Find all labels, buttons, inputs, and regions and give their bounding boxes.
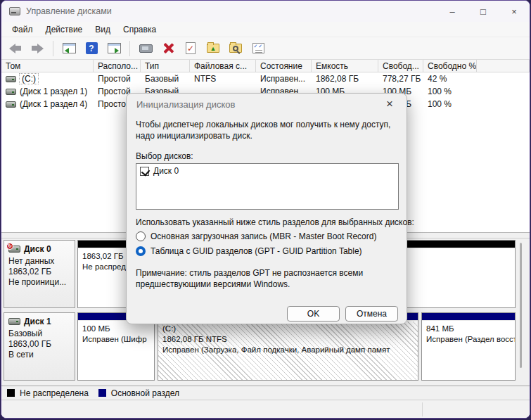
disk-1-panel[interactable]: Диск 1 Базовый 1863,00 ГБ В сети [4,312,75,381]
show-console-tree-icon[interactable] [60,39,78,58]
close-button[interactable]: × [499,1,530,22]
partition-name: (C:) [162,324,418,334]
help-icon[interactable]: ? [82,39,101,58]
cell-filesystem: NTFS [190,72,256,85]
partition-recovery[interactable]: 841 МБ Исправен (Раздел восстанс [421,312,516,381]
disk-list-item[interactable]: Диск 0 [140,166,395,176]
mbr-option-label: Основная загрузочная запись (MBR - Maste… [151,231,376,241]
properties-icon[interactable] [136,39,155,58]
cell-free-pct: 100 % [423,85,477,98]
dialog-close-icon[interactable]: × [382,96,397,112]
disk-detail: Базовый [8,329,72,339]
column-header-empty [477,60,530,72]
primary-partition-swatch [98,389,106,397]
disk-detail: 1863,00 ГБ [8,339,72,350]
column-header-free-pct[interactable]: Свободно % [423,60,477,72]
toolbar: ? ✓ ▲ [1,37,530,60]
column-header-status[interactable]: Состояние [256,60,312,72]
open-folder-icon[interactable]: ▲ [204,39,222,58]
radio-selected-icon[interactable] [136,246,146,256]
maximize-button[interactable]: □ [468,1,499,22]
unallocated-swatch [7,389,15,397]
scrollbar-thumb[interactable] [520,243,522,368]
menu-action[interactable]: Действие [39,23,89,36]
menu-view[interactable]: Вид [89,23,117,36]
gpt-option-label: Таблица с GUID разделов (GPT - GUID Part… [151,246,362,256]
status-bar [1,400,530,419]
partition-size: 841 МБ [426,324,515,334]
gpt-note-text: Примечание: стиль разделов GPT не распоз… [136,267,382,290]
disk-icon [8,318,20,325]
checkbox-checked-icon[interactable] [140,167,149,176]
initialize-disks-dialog: Инициализация дисков × Чтобы диспетчер л… [126,93,407,324]
volume-icon [6,89,16,95]
disk-0-panel[interactable]: ↻ Диск 0 Нет данных 1863,02 ГБ Не проини… [4,240,75,308]
cell-layout: Простой [94,72,141,85]
select-disks-label: Выбор дисков: [136,151,193,161]
menu-bar: Файл Действие Вид Справка [1,22,530,37]
column-header-type[interactable]: Тип [141,60,190,72]
back-icon[interactable] [6,39,24,58]
partition-status: Исправен (Шифр [82,334,154,345]
radio-unselected-icon[interactable] [136,231,146,241]
column-header-free[interactable]: Свобод... [378,60,423,72]
ok-button[interactable]: OK [287,306,340,322]
dialog-title: Инициализация дисков [136,99,235,110]
cell-capacity: 1862,08 ГБ [312,72,378,85]
cell-free: 778,27 ГБ [378,72,423,85]
vertical-scrollbar[interactable] [518,241,524,382]
status-bar-divider [422,402,423,416]
volume-icon [6,76,16,82]
disk-icon: ↻ [8,246,20,253]
column-header-filesystem[interactable]: Файловая с... [190,60,256,72]
table-row[interactable]: (C:) Простой Базовый NTFS Исправен... 18… [1,72,530,85]
find-folder-icon[interactable] [226,39,245,58]
cancel-button[interactable]: Отмена [345,306,398,322]
disk-detail: 1863,02 ГБ [8,267,72,277]
cell-free-pct: 42 % [423,72,477,85]
column-header-layout[interactable]: Располо... [94,60,141,72]
legend-item: Основной раздел [98,388,179,398]
disk-select-listbox[interactable]: Диск 0 [136,163,399,210]
cell-type: Базовый [141,72,190,85]
volume-name: (C:) [20,74,38,84]
legend-item: Не распределена [7,388,89,398]
partition-size: 100 МБ [82,324,154,334]
disk-name: Диск 0 [24,244,51,254]
menu-help[interactable]: Справка [117,23,162,36]
menu-file[interactable]: Файл [6,23,39,36]
partition-style-label: Использовать указанный ниже стиль раздел… [136,217,414,227]
legend-label: Основной раздел [111,388,179,398]
disk-item-label: Диск 0 [153,166,179,176]
partition-status: Исправен (Загрузка, Файл подкачки, Авари… [162,345,418,355]
mbr-option[interactable]: Основная загрузочная запись (MBR - Maste… [136,231,376,241]
disk-detail: В сети [8,350,72,360]
legend-label: Не распределена [20,388,89,398]
task-list-icon[interactable] [249,39,267,58]
disk-drive-icon [9,7,20,15]
volume-table-header: Том Располо... Тип Файловая с... Состоян… [1,60,530,72]
error-badge-icon: ↻ [6,243,13,250]
window-controls: – □ × [437,1,530,22]
show-action-pane-icon[interactable] [105,39,123,58]
delete-icon[interactable] [159,39,177,58]
title-bar: Управление дисками – □ × [1,1,530,22]
forward-icon[interactable] [28,39,46,58]
disk-detail: Нет данных [8,256,72,267]
legend-bar: Не распределена Основной раздел [1,386,530,400]
volume-name: (Диск 1 раздел 1) [20,87,87,96]
minimize-button[interactable]: – [437,1,468,22]
cell-status: Исправен... [256,72,312,85]
disk-name: Диск 1 [24,317,51,326]
partition-size: 1862,08 ГБ NTFS [162,334,418,345]
partition-status: Исправен (Раздел восстанс [426,334,515,345]
gpt-option[interactable]: Таблица с GUID разделов (GPT - GUID Part… [136,246,362,256]
partition-color-bar [422,313,515,321]
volume-icon [6,101,16,108]
window-title: Управление дисками [26,6,112,16]
toolbar-separator [129,41,130,56]
dialog-intro-text: Чтобы диспетчер локальных дисков мог пол… [136,119,404,141]
column-header-volume[interactable]: Том [1,60,94,72]
check-mark-document-icon[interactable]: ✓ [181,39,200,58]
column-header-capacity[interactable]: Емкость [312,60,378,72]
